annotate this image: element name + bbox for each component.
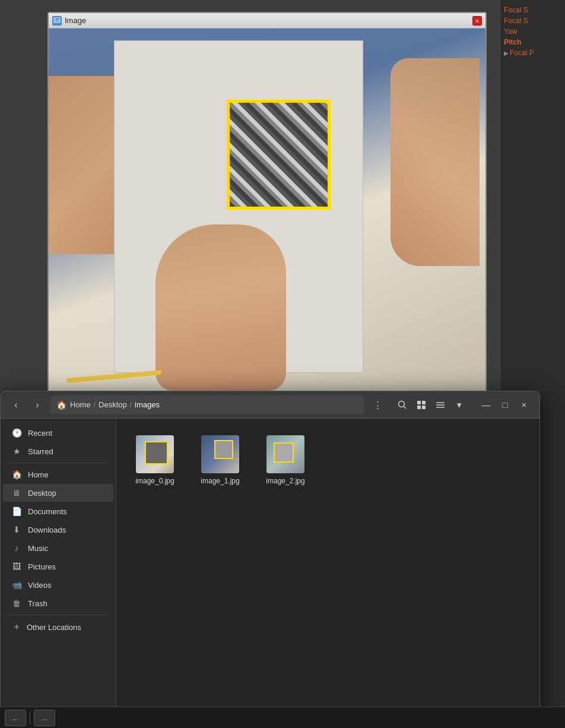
file-thumb-2 <box>266 435 304 473</box>
focal-s-2[interactable]: Focal S <box>504 15 561 26</box>
pitch-item[interactable]: Pitch <box>504 37 561 48</box>
sidebar-trash-label: Trash <box>28 599 47 608</box>
documents-icon: 📄 <box>11 507 22 516</box>
home-icon: 🏠 <box>56 400 66 410</box>
file-manager-body: 🕐 Recent ★ Starred 🏠 Home 🖥 Desktop 📄 <box>1 419 539 727</box>
file-name-2: image_2.jpg <box>266 477 304 485</box>
breadcrumb-sep-1: / <box>94 401 96 409</box>
starred-icon: ★ <box>11 447 22 456</box>
videos-icon: 📹 <box>11 580 22 590</box>
back-button[interactable]: ‹ <box>8 397 24 413</box>
sidebar-divider-1 <box>7 463 110 463</box>
svg-rect-5 <box>422 401 426 404</box>
right-panel: Focal S Focal S Yaw Pitch ▶ Focal P <box>500 0 565 392</box>
forward-button[interactable]: › <box>29 397 46 413</box>
sidebar-item-recent[interactable]: 🕐 Recent <box>3 424 113 442</box>
file-manager-dialog: ‹ › 🏠 Home / Desktop / images ⋮ <box>0 391 540 728</box>
more-options-button[interactable]: ⋮ <box>369 396 386 414</box>
close-button[interactable]: × <box>516 397 532 413</box>
sidebar-recent-label: Recent <box>28 429 52 438</box>
sidebar-divider-2 <box>7 615 110 615</box>
file-item-1[interactable]: image_1.jpg <box>193 431 247 490</box>
sidebar-item-music[interactable]: ♪ Music <box>3 539 113 557</box>
trash-icon: 🗑 <box>11 599 22 608</box>
recent-icon: 🕐 <box>11 428 22 438</box>
pictures-icon: 🖼 <box>11 562 22 571</box>
sidebar-item-home[interactable]: 🏠 Home <box>3 466 113 483</box>
downloads-icon: ⬇ <box>11 525 22 534</box>
taskbar: ... ... <box>0 707 565 728</box>
sidebar-desktop-label: Desktop <box>28 489 56 498</box>
file-name-0: image_0.jpg <box>135 477 174 485</box>
image-window-title-text: Image <box>65 16 86 25</box>
sidebar-home-label: Home <box>28 470 49 479</box>
search-toggle-button[interactable] <box>393 396 411 414</box>
file-name-1: image_1.jpg <box>201 477 239 485</box>
sidebar-item-trash[interactable]: 🗑 Trash <box>3 594 113 612</box>
thumbnail-image-2 <box>266 435 304 473</box>
breadcrumb-home[interactable]: Home <box>70 400 91 409</box>
taskbar-separator <box>30 711 30 724</box>
breadcrumb-current[interactable]: images <box>135 400 160 409</box>
image-app-icon <box>52 16 62 26</box>
file-thumb-0 <box>136 435 174 473</box>
maximize-button[interactable]: □ <box>497 397 513 413</box>
music-icon: ♪ <box>11 543 22 553</box>
sidebar-starred-label: Starred <box>28 447 53 456</box>
window-controls: — □ × <box>478 397 532 413</box>
sidebar-item-downloads[interactable]: ⬇ Downloads <box>3 521 113 539</box>
svg-line-3 <box>404 406 407 409</box>
svg-rect-6 <box>417 406 421 409</box>
sidebar-other-locations-label: Other Locations <box>27 623 81 632</box>
home-nav-icon: 🏠 <box>11 470 22 479</box>
breadcrumb-sep-2: / <box>130 401 132 409</box>
file-manager-content: image_0.jpg image_1.jpg image_2.jpg <box>116 419 539 727</box>
focal-p-item[interactable]: Focal P <box>510 48 534 58</box>
svg-point-1 <box>55 18 56 20</box>
view-grid-button[interactable] <box>412 396 430 414</box>
file-manager-header: ‹ › 🏠 Home / Desktop / images ⋮ <box>1 391 539 419</box>
file-thumb-1 <box>201 435 239 473</box>
svg-rect-4 <box>417 401 421 404</box>
thumbnail-image-0 <box>136 435 174 473</box>
header-actions: ▾ <box>393 396 468 414</box>
image-title-group: Image <box>52 16 86 26</box>
sidebar-item-desktop[interactable]: 🖥 Desktop <box>3 484 113 502</box>
view-list-button[interactable] <box>431 396 449 414</box>
minimize-button[interactable]: — <box>478 397 494 413</box>
background-app: Focal S Focal S Yaw Pitch ▶ Focal P Imag… <box>0 0 565 392</box>
image-titlebar: Image × <box>49 13 485 29</box>
sidebar-videos-label: Videos <box>28 581 52 590</box>
focal-s-1[interactable]: Focal S <box>504 5 561 15</box>
image-window: Image × <box>47 12 487 398</box>
image-content-area: ▶ <box>49 29 485 397</box>
file-item-0[interactable]: image_0.jpg <box>128 431 182 490</box>
image-close-button[interactable]: × <box>472 16 482 26</box>
sidebar-pictures-label: Pictures <box>28 562 56 571</box>
sidebar-item-other-locations[interactable]: + Other Locations <box>3 618 113 637</box>
breadcrumb[interactable]: 🏠 Home / Desktop / images <box>50 395 364 414</box>
sidebar-downloads-label: Downloads <box>28 526 66 534</box>
taskbar-btn-1[interactable]: ... <box>5 710 26 726</box>
sidebar-item-starred[interactable]: ★ Starred <box>3 442 113 460</box>
yaw-item[interactable]: Yaw <box>504 26 561 37</box>
sidebar-item-videos[interactable]: 📹 Videos <box>3 576 113 594</box>
thumbnail-image-1 <box>201 435 239 473</box>
file-item-2[interactable]: image_2.jpg <box>259 431 312 490</box>
sidebar: 🕐 Recent ★ Starred 🏠 Home 🖥 Desktop 📄 <box>1 419 116 727</box>
sidebar-item-pictures[interactable]: 🖼 Pictures <box>3 558 113 575</box>
svg-point-2 <box>399 401 405 407</box>
desktop-icon: 🖥 <box>11 488 22 498</box>
sidebar-item-documents[interactable]: 📄 Documents <box>3 502 113 520</box>
photo-background <box>49 29 485 397</box>
taskbar-btn-2[interactable]: ... <box>34 710 55 726</box>
sidebar-music-label: Music <box>28 544 48 553</box>
plus-icon: + <box>11 622 22 632</box>
breadcrumb-desktop[interactable]: Desktop <box>99 400 127 409</box>
files-grid: image_0.jpg image_1.jpg image_2.jpg <box>128 431 528 490</box>
sidebar-documents-label: Documents <box>28 507 67 516</box>
svg-rect-7 <box>422 406 426 409</box>
sort-dropdown-button[interactable]: ▾ <box>450 396 468 414</box>
